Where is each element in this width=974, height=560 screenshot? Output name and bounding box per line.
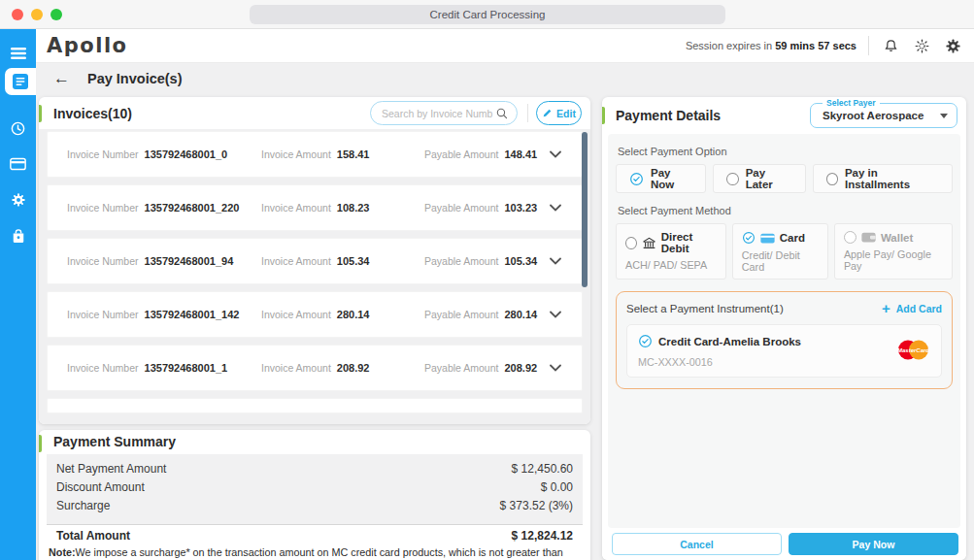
summary-label: Discount Amount: [56, 480, 145, 494]
invoice-row[interactable]: Invoice Number135792468001_142 Invoice A…: [47, 291, 583, 338]
add-card-button[interactable]: + Add Card: [882, 301, 942, 315]
sidebar-item-services[interactable]: [0, 223, 36, 248]
total-value: $ 12,824.12: [512, 529, 573, 543]
search-input[interactable]: [382, 108, 495, 119]
brightness-icon: [914, 38, 930, 54]
invoice-list-scrollbar[interactable]: [582, 132, 588, 287]
summary-box: Net Payment Amount $ 12,450.60 Discount …: [47, 454, 583, 524]
option-pay-installments[interactable]: Pay in Installments: [813, 164, 953, 193]
instrument-label: Select a Payment Instrument(1): [626, 303, 784, 314]
invoice-amount: 158.41: [337, 148, 370, 160]
payment-summary-panel: Payment Summary Net Payment Amount $ 12,…: [39, 430, 590, 560]
invoice-amount: 108.23: [337, 202, 370, 214]
option-pay-now[interactable]: Pay Now: [616, 164, 706, 193]
radio-icon: [826, 173, 838, 185]
invoice-number: 135792468001_220: [145, 202, 240, 214]
sidebar: [0, 29, 36, 560]
invoices-panel: Invoices(10) Edit Invoice Number13579246…: [39, 97, 590, 424]
session-time: 59 mins 57 secs: [775, 40, 856, 51]
plus-icon: +: [882, 301, 890, 315]
select-payer-dropdown[interactable]: Select Payer Skyroot Aerospace: [810, 103, 957, 128]
radio-icon: [726, 173, 738, 185]
theme-toggle-button[interactable]: [912, 36, 931, 55]
zoom-button[interactable]: [50, 9, 62, 20]
invoice-row[interactable]: Invoice Number135792468001_1 Invoice Amo…: [47, 345, 583, 391]
summary-row: Surcharge $ 373.52 (3%): [56, 496, 573, 514]
check-circle-icon: [742, 231, 756, 245]
payment-instrument-card[interactable]: Credit Card-Amelia Brooks MC-XXXX-0016 M…: [626, 324, 942, 378]
payable-amount: 148.41: [504, 148, 537, 160]
invoice-number: 135792468001_0: [145, 148, 228, 160]
pay-now-button[interactable]: Pay Now: [789, 533, 958, 555]
invoice-row[interactable]: Invoice Number135792468001_0 Invoice Amo…: [47, 131, 583, 178]
summary-row: Net Payment Amount $ 12,450.60: [56, 459, 573, 478]
sidebar-item-settings[interactable]: [0, 187, 36, 213]
session-timer: Session expires in 59 mins 57 secs: [686, 40, 856, 51]
masked-card-number: MC-XXXX-0016: [638, 356, 930, 368]
minimize-button[interactable]: [31, 9, 43, 20]
hamburger-icon: [11, 48, 26, 59]
accent-bar: [602, 107, 605, 124]
invoice-row[interactable]: Invoice Number135792468001_94 Invoice Am…: [47, 238, 583, 284]
summary-value: $ 0.00: [541, 480, 573, 494]
brand-logo: Apollo: [47, 34, 128, 57]
payment-actions: Cancel Pay Now: [602, 528, 966, 560]
check-circle-icon: [629, 172, 644, 186]
accent-bar: [39, 435, 42, 452]
hamburger-menu-button[interactable]: [0, 41, 36, 66]
invoice-amount: 105.34: [337, 255, 370, 267]
page-title: Pay Invoice(s): [87, 71, 183, 86]
summary-label: Net Payment Amount: [56, 462, 166, 476]
method-card[interactable]: Card Credit/ Debit Card: [732, 223, 828, 280]
payment-details-panel: Payment Details Select Payer Skyroot Aer…: [602, 97, 966, 560]
sidebar-item-history[interactable]: [0, 115, 36, 141]
search-icon[interactable]: [495, 107, 509, 120]
payment-instrument-section: Select a Payment Instrument(1) + Add Car…: [616, 291, 953, 389]
invoice-number: 135792468001_142: [145, 309, 240, 320]
invoice-number: 135792468001_1: [145, 362, 228, 374]
close-button[interactable]: [12, 9, 23, 20]
sidebar-item-invoices[interactable]: [5, 68, 36, 95]
radio-icon: [625, 237, 637, 249]
invoice-row-partial[interactable]: [47, 398, 583, 413]
payable-amount: 280.14: [504, 309, 537, 320]
method-direct-debit[interactable]: Direct Debit ACH/ PAD/ SEPA: [616, 223, 726, 280]
gear-icon: [945, 38, 961, 54]
cancel-button[interactable]: Cancel: [612, 533, 782, 555]
card-icon: [760, 233, 775, 244]
back-button[interactable]: ←: [53, 70, 70, 86]
chevron-down-icon[interactable]: [549, 204, 562, 212]
total-label: Total Amount: [56, 529, 130, 543]
summary-value: $ 12,450.60: [512, 462, 573, 476]
settings-button[interactable]: [943, 36, 962, 55]
header-divider: [527, 104, 528, 122]
payable-amount: 105.34: [504, 255, 537, 267]
instrument-name: Credit Card-Amelia Brooks: [658, 336, 801, 347]
mastercard-logo: MasterCard: [895, 339, 931, 361]
chevron-down-icon[interactable]: [549, 311, 562, 318]
invoice-row[interactable]: Invoice Number135792468001_220 Invoice A…: [47, 184, 583, 231]
sidebar-item-payments[interactable]: [0, 151, 36, 177]
invoices-title: Invoices(10): [53, 106, 132, 121]
edit-button[interactable]: Edit: [536, 101, 582, 125]
surcharge-note: Note:We impose a surcharge* on the trans…: [47, 545, 583, 560]
notifications-button[interactable]: [881, 36, 900, 55]
window-controls: [12, 9, 62, 20]
payer-label: Select Payer: [823, 98, 880, 108]
wallet-icon: [861, 232, 876, 243]
invoice-search: [370, 101, 518, 125]
svg-text:MasterCard: MasterCard: [897, 347, 929, 353]
invoice-number: 135792468001_94: [145, 255, 234, 267]
option-pay-later[interactable]: Pay Later: [713, 164, 805, 193]
bag-icon: [12, 228, 25, 244]
method-wallet[interactable]: Wallet Apple Pay/ Google Pay: [834, 223, 953, 280]
payer-value: Skyroot Aerospace: [823, 110, 924, 121]
chevron-down-icon[interactable]: [549, 364, 562, 372]
bank-icon: [642, 237, 656, 249]
chevron-down-icon[interactable]: [549, 257, 562, 265]
chevron-down-icon[interactable]: [549, 150, 562, 158]
card-icon: [10, 157, 26, 171]
invoice-list: Invoice Number135792468001_0 Invoice Amo…: [39, 129, 590, 424]
summary-value: $ 373.52 (3%): [500, 499, 573, 512]
history-icon: [10, 120, 26, 137]
